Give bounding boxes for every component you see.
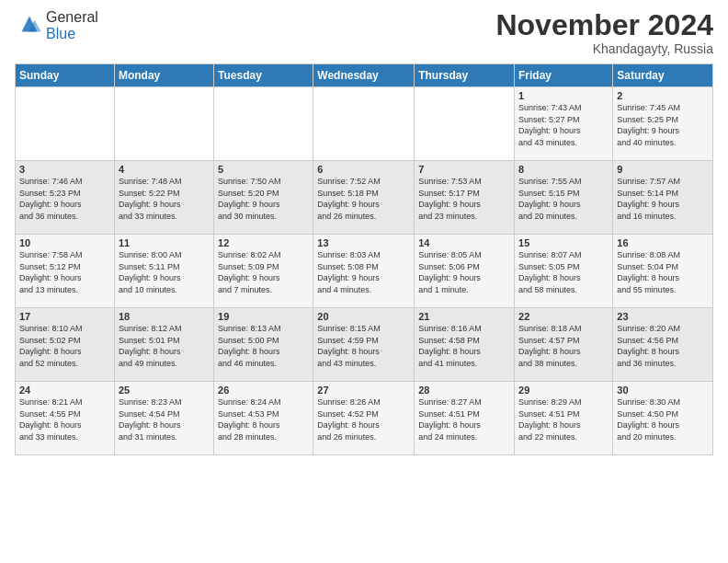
- day-info: Sunrise: 8:18 AM Sunset: 4:57 PM Dayligh…: [518, 323, 609, 369]
- day-info: Sunrise: 8:20 AM Sunset: 4:56 PM Dayligh…: [617, 323, 709, 369]
- day-number: 11: [119, 237, 210, 248]
- week-row-1: 3Sunrise: 7:46 AM Sunset: 5:23 PM Daylig…: [16, 161, 713, 235]
- day-info: Sunrise: 8:27 AM Sunset: 4:51 PM Dayligh…: [418, 396, 510, 442]
- day-cell: [114, 87, 213, 161]
- day-cell: 25Sunrise: 8:23 AM Sunset: 4:54 PM Dayli…: [114, 382, 213, 455]
- day-info: Sunrise: 8:15 AM Sunset: 4:59 PM Dayligh…: [317, 323, 410, 369]
- day-number: 26: [218, 385, 309, 396]
- day-cell: 5Sunrise: 7:50 AM Sunset: 5:20 PM Daylig…: [214, 161, 313, 235]
- week-row-3: 17Sunrise: 8:10 AM Sunset: 5:02 PM Dayli…: [16, 308, 713, 382]
- col-header-sunday: Sunday: [16, 64, 115, 87]
- day-number: 17: [19, 311, 110, 322]
- day-number: 23: [617, 311, 709, 322]
- day-number: 3: [19, 164, 110, 175]
- day-cell: [16, 87, 115, 161]
- day-number: 19: [218, 311, 309, 322]
- week-row-2: 10Sunrise: 7:58 AM Sunset: 5:12 PM Dayli…: [16, 235, 713, 308]
- day-info: Sunrise: 8:13 AM Sunset: 5:00 PM Dayligh…: [218, 323, 309, 369]
- logo-general: General: [46, 9, 98, 25]
- day-cell: [313, 87, 415, 161]
- day-number: 20: [317, 311, 410, 322]
- day-cell: 16Sunrise: 8:08 AM Sunset: 5:04 PM Dayli…: [613, 235, 713, 308]
- day-cell: 28Sunrise: 8:27 AM Sunset: 4:51 PM Dayli…: [415, 382, 515, 455]
- logo-text: General Blue: [46, 9, 98, 42]
- col-header-monday: Monday: [114, 64, 213, 87]
- day-info: Sunrise: 7:48 AM Sunset: 5:22 PM Dayligh…: [119, 176, 210, 222]
- day-info: Sunrise: 7:46 AM Sunset: 5:23 PM Dayligh…: [19, 176, 110, 222]
- day-cell: 19Sunrise: 8:13 AM Sunset: 5:00 PM Dayli…: [214, 308, 313, 382]
- day-info: Sunrise: 8:00 AM Sunset: 5:11 PM Dayligh…: [119, 249, 210, 295]
- day-number: 4: [119, 164, 210, 175]
- day-cell: 18Sunrise: 8:12 AM Sunset: 5:01 PM Dayli…: [114, 308, 213, 382]
- day-info: Sunrise: 7:45 AM Sunset: 5:25 PM Dayligh…: [617, 102, 709, 148]
- day-number: 24: [19, 385, 110, 396]
- day-cell: [214, 87, 313, 161]
- day-info: Sunrise: 7:57 AM Sunset: 5:14 PM Dayligh…: [617, 176, 709, 222]
- day-number: 30: [617, 385, 709, 396]
- logo-blue: Blue: [46, 26, 75, 41]
- header: General Blue November 2024 Khandagayty, …: [15, 9, 713, 56]
- logo: General Blue: [15, 9, 98, 42]
- day-info: Sunrise: 7:55 AM Sunset: 5:15 PM Dayligh…: [518, 176, 609, 222]
- day-cell: 8Sunrise: 7:55 AM Sunset: 5:15 PM Daylig…: [515, 161, 613, 235]
- day-cell: 3Sunrise: 7:46 AM Sunset: 5:23 PM Daylig…: [16, 161, 115, 235]
- title-block: November 2024 Khandagayty, Russia: [495, 9, 713, 56]
- day-number: 14: [418, 237, 510, 248]
- day-info: Sunrise: 8:30 AM Sunset: 4:50 PM Dayligh…: [617, 396, 709, 442]
- location: Khandagayty, Russia: [495, 41, 713, 56]
- day-number: 18: [119, 311, 210, 322]
- day-info: Sunrise: 7:53 AM Sunset: 5:17 PM Dayligh…: [418, 176, 510, 222]
- day-info: Sunrise: 8:24 AM Sunset: 4:53 PM Dayligh…: [218, 396, 309, 442]
- day-cell: [415, 87, 515, 161]
- day-info: Sunrise: 7:50 AM Sunset: 5:20 PM Dayligh…: [218, 176, 309, 222]
- day-cell: 11Sunrise: 8:00 AM Sunset: 5:11 PM Dayli…: [114, 235, 213, 308]
- day-number: 29: [518, 385, 609, 396]
- week-row-0: 1Sunrise: 7:43 AM Sunset: 5:27 PM Daylig…: [16, 87, 713, 161]
- day-cell: 14Sunrise: 8:05 AM Sunset: 5:06 PM Dayli…: [415, 235, 515, 308]
- day-info: Sunrise: 8:12 AM Sunset: 5:01 PM Dayligh…: [119, 323, 210, 369]
- day-info: Sunrise: 7:52 AM Sunset: 5:18 PM Dayligh…: [317, 176, 410, 222]
- day-cell: 15Sunrise: 8:07 AM Sunset: 5:05 PM Dayli…: [515, 235, 613, 308]
- day-cell: 2Sunrise: 7:45 AM Sunset: 5:25 PM Daylig…: [613, 87, 713, 161]
- day-cell: 10Sunrise: 7:58 AM Sunset: 5:12 PM Dayli…: [16, 235, 115, 308]
- day-info: Sunrise: 8:23 AM Sunset: 4:54 PM Dayligh…: [119, 396, 210, 442]
- day-cell: 22Sunrise: 8:18 AM Sunset: 4:57 PM Dayli…: [515, 308, 613, 382]
- col-header-thursday: Thursday: [415, 64, 515, 87]
- day-cell: 27Sunrise: 8:26 AM Sunset: 4:52 PM Dayli…: [313, 382, 415, 455]
- day-number: 12: [218, 237, 309, 248]
- day-number: 2: [617, 90, 709, 101]
- day-cell: 30Sunrise: 8:30 AM Sunset: 4:50 PM Dayli…: [613, 382, 713, 455]
- col-header-saturday: Saturday: [613, 64, 713, 87]
- day-info: Sunrise: 7:58 AM Sunset: 5:12 PM Dayligh…: [19, 249, 110, 295]
- day-info: Sunrise: 7:43 AM Sunset: 5:27 PM Dayligh…: [518, 102, 609, 148]
- day-number: 1: [518, 90, 609, 101]
- day-number: 22: [518, 311, 609, 322]
- col-header-wednesday: Wednesday: [313, 64, 415, 87]
- day-number: 9: [617, 164, 709, 175]
- day-number: 5: [218, 164, 309, 175]
- day-info: Sunrise: 8:02 AM Sunset: 5:09 PM Dayligh…: [218, 249, 309, 295]
- day-number: 15: [518, 237, 609, 248]
- header-row: SundayMondayTuesdayWednesdayThursdayFrid…: [16, 64, 713, 87]
- day-cell: 7Sunrise: 7:53 AM Sunset: 5:17 PM Daylig…: [415, 161, 515, 235]
- day-cell: 1Sunrise: 7:43 AM Sunset: 5:27 PM Daylig…: [515, 87, 613, 161]
- day-info: Sunrise: 8:10 AM Sunset: 5:02 PM Dayligh…: [19, 323, 110, 369]
- day-number: 7: [418, 164, 510, 175]
- day-cell: 6Sunrise: 7:52 AM Sunset: 5:18 PM Daylig…: [313, 161, 415, 235]
- day-cell: 23Sunrise: 8:20 AM Sunset: 4:56 PM Dayli…: [613, 308, 713, 382]
- day-cell: 13Sunrise: 8:03 AM Sunset: 5:08 PM Dayli…: [313, 235, 415, 308]
- day-number: 13: [317, 237, 410, 248]
- day-number: 16: [617, 237, 709, 248]
- col-header-friday: Friday: [515, 64, 613, 87]
- day-cell: 17Sunrise: 8:10 AM Sunset: 5:02 PM Dayli…: [16, 308, 115, 382]
- day-cell: 29Sunrise: 8:29 AM Sunset: 4:51 PM Dayli…: [515, 382, 613, 455]
- day-cell: 12Sunrise: 8:02 AM Sunset: 5:09 PM Dayli…: [214, 235, 313, 308]
- day-info: Sunrise: 8:05 AM Sunset: 5:06 PM Dayligh…: [418, 249, 510, 295]
- day-cell: 9Sunrise: 7:57 AM Sunset: 5:14 PM Daylig…: [613, 161, 713, 235]
- day-info: Sunrise: 8:16 AM Sunset: 4:58 PM Dayligh…: [418, 323, 510, 369]
- month-title: November 2024: [495, 9, 713, 41]
- day-info: Sunrise: 8:03 AM Sunset: 5:08 PM Dayligh…: [317, 249, 410, 295]
- logo-icon: [17, 11, 42, 37]
- day-number: 10: [19, 237, 110, 248]
- day-number: 27: [317, 385, 410, 396]
